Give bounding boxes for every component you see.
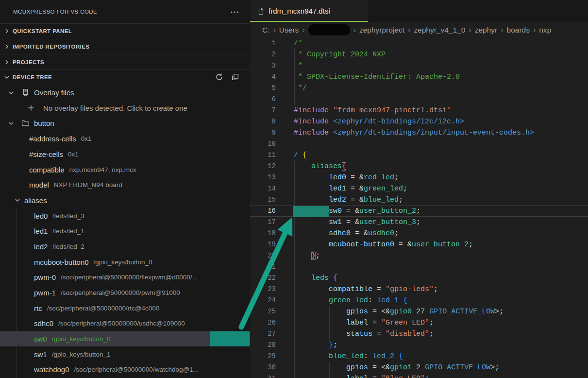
tab-label: frdm_mcxn947.dtsi [269,7,330,15]
line-number: 20 [250,250,276,261]
tree-item-value: 0x1 [81,135,92,142]
code-line-27[interactable]: 27 status = "disabled"; [250,328,588,340]
code-line-11[interactable]: 11/ { [250,150,588,161]
code-line-17[interactable]: 17 sw1 = &user_button_3; [250,217,588,228]
mcuxpresso-vscode-window: MCUXPRESSO FOR VS CODE ··· QUICKSTART PA… [0,0,588,378]
code-line-7[interactable]: 7#include "frdm_mcxn947-pinctrl.dtsi" [250,105,588,116]
line-number: 24 [250,295,276,306]
tree-item-label: #address-cells [29,135,76,143]
line-number: 23 [250,284,276,295]
line-number: 18 [250,228,276,239]
code-line-4[interactable]: 4 * SPDX-License-Identifier: Apache-2.0 [250,71,588,83]
line-number: 22 [250,273,276,284]
code-line-10[interactable]: 10 [250,138,588,150]
tree-item-mcuboot-button0[interactable]: mcuboot-button0/gpio_keys/button_0 [0,254,250,270]
breadcrumb-item[interactable]: C: [262,26,270,34]
tree-item-label: sdhc0 [34,319,53,327]
tree-item-no-overlay-files-detected-cl[interactable]: No overlay files detected. Click to crea… [0,100,250,116]
breadcrumb-separator: › [533,26,536,34]
section-label: DEVICE TREE [13,74,52,80]
code-line-23[interactable]: 23 compatible = "gpio-leds"; [250,284,588,295]
code-line-25[interactable]: 25 gpios = <&gpio0 27 GPIO_ACTIVE_LOW>; [250,306,588,317]
tree-item-sdhc0[interactable]: sdhc0/soc/peripheral@50000000/usdhc@1090… [0,316,250,331]
breadcrumb-item[interactable]: boards [507,26,530,34]
code-line-content: #include "frdm_mcxn947-pinctrl.dtsi" [294,105,451,116]
sidebar: MCUXPRESSO FOR VS CODE ··· QUICKSTART PA… [0,0,250,378]
code-line-31[interactable]: 31 label = "Blue LED"; [250,373,588,378]
breadcrumb-item[interactable]: zephyr_v4_1_0 [414,26,465,34]
collapse-all-icon[interactable] [231,73,239,82]
tree-item-model[interactable]: modelNXP FRDM_N94 board [0,177,250,193]
code-line-28[interactable]: 28 }; [250,340,588,351]
line-number: 14 [250,183,276,194]
breadcrumb-separator: › [302,26,304,34]
code-line-29[interactable]: 29 blue_led: led_2 { [250,351,588,362]
code-line-content: led0 = &red_led; [294,172,399,183]
tree-item-watchdog0[interactable]: watchdog0/soc/peripheral@50000000/watchd… [0,362,250,378]
code-line-3[interactable]: 3 * [250,60,588,71]
chevron-down-icon [7,89,15,97]
code-line-21[interactable]: 21 [250,261,588,273]
breadcrumb-item[interactable]: nxp [539,26,551,34]
more-actions-button[interactable]: ··· [231,8,239,16]
tree-item-sw0[interactable]: sw0/gpio_keys/button_0 [0,331,250,347]
tree-item-label: No overlay files detected. Click to crea… [43,104,187,112]
line-number: 8 [250,116,276,127]
breadcrumb-redacted-username[interactable] [308,24,350,35]
tree-item-rtc[interactable]: rtc/soc/peripheral@50000000/rtc@4c000 [0,300,250,316]
tree-item-pwm-1[interactable]: pwm-1/soc/peripheral@50000000/pwm@91000 [0,285,250,301]
code-line-16[interactable]: 16 sw0 = &user_button_2; [250,206,588,217]
tree-item-led0[interactable]: led0/leds/led_3 [0,208,250,223]
section-imported-repositories[interactable]: IMPORTED REPOSITORIES [0,39,250,54]
tree-item-sw1[interactable]: sw1/gpio_keys/button_1 [0,346,250,362]
tree-item-compatible[interactable]: compatiblenxp,mcxn947, nxp,mcx [0,162,250,177]
line-number: 3 [250,60,276,71]
tree-item-overlay-files[interactable]: Overlay files [0,85,250,101]
breadcrumb-item[interactable]: Users [279,26,299,34]
code-line-18[interactable]: 18 sdhc0 = &usdhc0; [250,228,588,239]
chevron-down-icon [7,120,15,127]
code-line-5[interactable]: 5 */ [250,83,588,94]
code-line-22[interactable]: 22 leds { [250,273,588,284]
code-line-content: */ [294,83,307,94]
tree-item-pwm-0[interactable]: pwm-0/soc/peripheral@50000000/flexpwm@d0… [0,270,250,285]
tree-item-label: led0 [34,212,48,220]
code-line-content: led1 = &green_led; [294,183,407,194]
refresh-icon[interactable] [215,73,223,82]
code-line-13[interactable]: 13 led0 = &red_led; [250,172,588,183]
folder-icon [21,119,30,127]
active-tab-indicator [250,21,368,22]
code-line-9[interactable]: 9#include <zephyr/dt-bindings/input/inpu… [250,127,588,138]
code-line-20[interactable]: 20 }; [250,250,588,261]
tree-item-#address-cells[interactable]: #address-cells0x1 [0,131,250,147]
breadcrumb-item[interactable]: zephyrproject [359,26,404,34]
code-line-26[interactable]: 26 label = "Green LED"; [250,317,588,328]
section-quickstart-panel[interactable]: QUICKSTART PANEL [0,23,250,39]
code-line-14[interactable]: 14 led1 = &green_led; [250,183,588,194]
section-label: IMPORTED REPOSITORIES [13,44,89,50]
tree-item-led1[interactable]: led1/leds/led_1 [0,223,250,239]
code-line-content: sw1 = &user_button_3; [294,217,420,228]
code-line-12[interactable]: 12 aliases{ [250,161,588,172]
code-line-6[interactable]: 6 [250,94,588,105]
tab-frdm-mcxn947-dtsi[interactable]: frdm_mcxn947.dtsi [250,0,368,22]
code-line-content: #include <zephyr/dt-bindings/i2c/i2c.h> [294,116,464,127]
section-device-tree[interactable]: DEVICE TREE [0,69,250,85]
code-line-24[interactable]: 24 green_led: led_1 { [250,295,588,306]
code-line-30[interactable]: 30 gpios = <&gpio1 2 GPIO_ACTIVE_LOW>; [250,362,588,373]
code-line-15[interactable]: 15 led2 = &blue_led; [250,194,588,206]
code-line-content: mcuboot-button0 = &user_button_2; [294,239,473,250]
code-line-19[interactable]: 19 mcuboot-button0 = &user_button_2; [250,239,588,250]
tree-item-#size-cells[interactable]: #size-cells0x1 [0,147,250,162]
code-line-content: label = "Green LED"; [294,317,434,328]
tree-item-button[interactable]: button [0,116,250,131]
overlay-files-icon [21,88,30,97]
section-projects[interactable]: PROJECTS [0,54,250,69]
breadcrumb-item[interactable]: zephyr [475,26,498,34]
code-line-2[interactable]: 2 * Copyright 2024 NXP [250,49,588,60]
code-line-1[interactable]: 1/* [250,38,588,49]
tree-item-led2[interactable]: led2/leds/led_2 [0,239,250,255]
code-line-8[interactable]: 8#include <zephyr/dt-bindings/i2c/i2c.h> [250,116,588,127]
line-number: 16 [250,206,276,217]
tree-item-aliases[interactable]: aliases [0,193,250,208]
